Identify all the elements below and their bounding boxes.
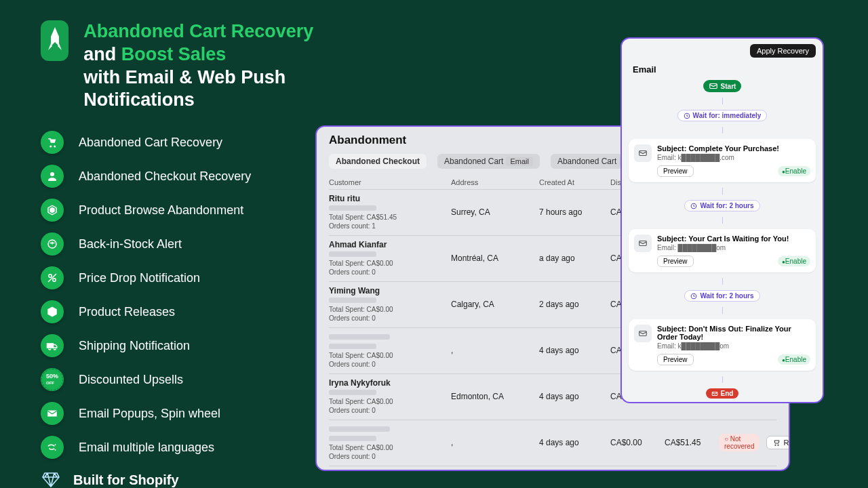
mail-icon xyxy=(634,325,652,342)
feature-item: Abandoned Cart Recovery xyxy=(41,131,326,154)
column-header: Address xyxy=(451,178,539,186)
enable-badge: Enable xyxy=(778,354,810,365)
feature-item: Product Browse Abandonment xyxy=(41,199,326,222)
end-pill: End xyxy=(706,388,739,399)
svg-point-0 xyxy=(50,172,54,176)
feature-label: Shipping Notification xyxy=(79,339,190,353)
feature-label: Product Releases xyxy=(79,305,175,319)
email-address: Email: ████████om xyxy=(657,244,810,251)
svg-rect-4 xyxy=(47,344,54,348)
feature-label: Abandoned Cart Recovery xyxy=(79,136,222,150)
feature-icon xyxy=(41,165,64,188)
apply-recovery-button[interactable]: Apply Recovery xyxy=(750,44,816,58)
table-row: Total Spent: CA$0.00Orders count: 0,4 da… xyxy=(329,420,776,466)
email-step-card: Subject: Your Cart Is Waiting for You!Em… xyxy=(629,229,816,272)
table-row: Total Spent: CA$0.00Orders count: 0,4 da… xyxy=(329,466,776,471)
feature-label: Abandoned Checkout Recovery xyxy=(79,169,251,184)
flow-panel: Apply Recovery Email StartWait for: imme… xyxy=(620,37,824,403)
email-step-card: Subject: Don't Miss Out: Finalize Your O… xyxy=(629,319,816,371)
feature-label: Price Drop Notification xyxy=(79,271,200,285)
column-header: Customer xyxy=(329,178,451,186)
feature-label: Email multiple languages xyxy=(79,441,214,455)
recover-button[interactable]: Recover xyxy=(766,436,790,449)
email-address: Email: k████████.com xyxy=(657,154,810,161)
feature-icon xyxy=(41,402,64,425)
preview-button[interactable]: Preview xyxy=(657,256,694,267)
wait-pill: Wait for: immediately xyxy=(677,110,768,121)
feature-icon xyxy=(41,199,64,222)
feature-item: Email multiple languages xyxy=(41,436,326,459)
feature-icon xyxy=(41,300,64,323)
enable-badge: Enable xyxy=(778,166,810,176)
feature-icon xyxy=(41,266,64,289)
wait-pill: Wait for: 2 hours xyxy=(684,290,760,302)
email-subject: Subject: Your Cart Is Waiting for You! xyxy=(657,235,810,243)
tab[interactable]: Abandoned Checkout xyxy=(329,154,427,169)
feature-icon xyxy=(41,131,64,154)
mail-icon xyxy=(634,144,652,162)
diamond-icon xyxy=(41,470,61,488)
feature-list: Abandoned Cart RecoveryAbandoned Checkou… xyxy=(41,131,326,459)
feature-label: Product Browse Abandonment xyxy=(79,203,243,218)
mail-icon xyxy=(634,235,652,252)
svg-point-2 xyxy=(49,274,52,278)
svg-point-3 xyxy=(53,279,56,282)
feature-item: Back-in-Stock Alert xyxy=(41,232,326,256)
feature-item: Shipping Notification xyxy=(41,334,326,357)
feature-icon xyxy=(41,334,64,357)
start-pill: Start xyxy=(703,80,742,92)
feature-icon xyxy=(41,232,64,256)
feature-label: Discounted Upsells xyxy=(79,373,183,387)
flow-section-title: Email xyxy=(629,64,816,75)
feature-label: Email Popups, Spin wheel xyxy=(79,407,220,421)
feature-label: Back-in-Stock Alert xyxy=(79,237,182,251)
preview-button[interactable]: Preview xyxy=(657,165,694,177)
tab[interactable]: Abandoned CartEmail xyxy=(437,154,540,169)
built-for-shopify: Built for Shopify xyxy=(41,470,326,488)
status-badge: ○ Not recovered xyxy=(719,434,760,451)
feature-item: Abandoned Checkout Recovery xyxy=(41,165,326,188)
wait-pill: Wait for: 2 hours xyxy=(684,200,760,211)
flow-steps: StartWait for: immediatelySubject: Compl… xyxy=(629,80,816,399)
feature-item: Product Releases xyxy=(41,300,326,323)
feature-item: Email Popups, Spin wheel xyxy=(41,402,326,425)
enable-badge: Enable xyxy=(778,256,810,266)
app-logo xyxy=(41,20,68,61)
headline: Abandoned Cart Recovery and Boost Sales … xyxy=(83,20,326,112)
email-subject: Subject: Complete Your Purchase! xyxy=(657,144,810,152)
feature-item: Price Drop Notification xyxy=(41,266,326,289)
feature-item: 50%OFFDiscounted Upsells xyxy=(41,368,326,391)
column-header: Created At xyxy=(539,178,610,186)
feature-icon: 50%OFF xyxy=(41,368,64,391)
feature-icon xyxy=(41,436,64,459)
email-step-card: Subject: Complete Your Purchase!Email: k… xyxy=(629,139,816,182)
email-subject: Subject: Don't Miss Out: Finalize Your O… xyxy=(657,325,810,341)
preview-button[interactable]: Preview xyxy=(657,354,694,365)
email-address: Email: k████████om xyxy=(657,342,810,350)
